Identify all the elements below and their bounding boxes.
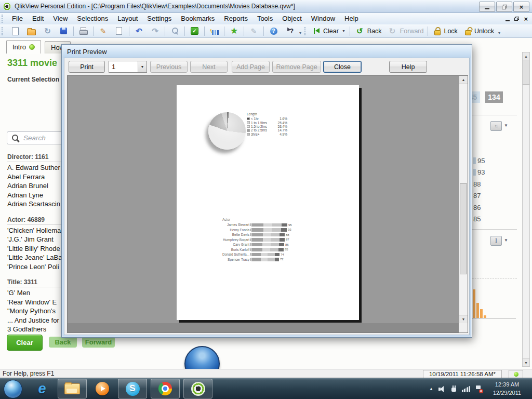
menu-item-help[interactable]: Help xyxy=(340,13,363,24)
qlikview-taskbar-button[interactable] xyxy=(183,379,212,398)
redo-button[interactable]: ↷ xyxy=(147,25,163,37)
scroll-down-icon[interactable]: ▼ xyxy=(459,315,468,323)
skype-taskbar-button[interactable]: S xyxy=(118,379,147,398)
scroll-up-icon[interactable]: ▲ xyxy=(459,76,468,84)
list-item[interactable]: Adrian Scartascin xyxy=(7,200,66,209)
current-selections-button[interactable] xyxy=(187,25,203,37)
menu-item-selections[interactable]: Selections xyxy=(72,13,113,24)
forward-button[interactable]: ↻ Forward xyxy=(384,25,427,37)
fast-change-chart-icon[interactable]: ≈ xyxy=(490,121,502,131)
list-item[interactable]: 'Prince Leon' Poli xyxy=(7,262,66,272)
open-button[interactable] xyxy=(23,25,39,37)
sheet-tab-intro[interactable]: Intro xyxy=(6,40,41,54)
start-button[interactable] xyxy=(4,380,22,398)
menu-item-bookmarks[interactable]: Bookmarks xyxy=(176,13,219,24)
chevron-down-icon[interactable]: ▼ xyxy=(138,61,147,72)
sheet-vertical-scrollbar[interactable]: ▲ ▼ xyxy=(522,52,530,367)
chrome-taskbar-button[interactable] xyxy=(151,379,180,398)
menu-item-reports[interactable]: Reports xyxy=(219,13,252,24)
mdi-close-icon[interactable]: × xyxy=(524,16,528,22)
help-button[interactable] xyxy=(265,25,282,37)
undo-button[interactable]: ↶ xyxy=(131,25,147,37)
scrollbar-thumb[interactable] xyxy=(523,60,529,85)
tray-expand-icon[interactable]: ▲ xyxy=(429,387,433,391)
window-close-button[interactable]: × xyxy=(513,2,529,12)
menu-item-object[interactable]: Object xyxy=(277,13,307,24)
quick-chart-button[interactable]: ϟ xyxy=(206,25,222,37)
notes-button[interactable]: ✎ xyxy=(246,25,262,37)
list-item[interactable]: ... And Justice for xyxy=(7,316,66,325)
sheet-forward-button[interactable]: Forward xyxy=(82,337,115,348)
new-document-button[interactable] xyxy=(7,25,23,37)
clear-selections-button[interactable]: Clear ▼ xyxy=(310,25,348,37)
page-select[interactable]: 1 ▼ xyxy=(109,61,147,73)
list-item[interactable]: Abel Ferrara xyxy=(7,172,66,182)
preview-vertical-scrollbar[interactable]: ▲ ▼ xyxy=(459,76,468,323)
mdi-minimize-icon[interactable] xyxy=(506,20,510,21)
scrollbar-thumb[interactable] xyxy=(460,183,467,274)
scroll-up-icon[interactable]: ▲ xyxy=(523,52,529,60)
pie-legend-row: 1 to 1.5hrs25.4% xyxy=(247,121,287,124)
print-button[interactable]: Print xyxy=(69,61,105,73)
list-item[interactable]: "Monty Python's xyxy=(7,307,66,316)
taskbar-clock[interactable]: 12:39 AM 12/29/2011 xyxy=(486,380,528,397)
unlock-button[interactable]: Unlock xyxy=(460,25,497,37)
context-help-button[interactable]: ? xyxy=(282,25,298,37)
window-restore-button[interactable] xyxy=(496,2,512,12)
back-button[interactable]: ↺ Back xyxy=(352,25,384,37)
menu-item-tools[interactable]: Tools xyxy=(252,13,277,24)
remove-page-button[interactable]: Remove Page xyxy=(272,61,321,73)
list-item[interactable]: 'Little Jeane' LaBa xyxy=(7,253,66,262)
scroll-down-icon[interactable]: ▼ xyxy=(523,358,529,366)
menu-item-edit[interactable]: Edit xyxy=(28,13,48,24)
lock-button[interactable]: Lock xyxy=(430,25,460,37)
volume-icon[interactable] xyxy=(438,385,446,393)
sheet-clear-button[interactable]: Clear xyxy=(7,335,43,351)
close-button[interactable]: Close xyxy=(323,61,362,73)
menu-item-file[interactable]: File xyxy=(7,13,28,24)
edit-button[interactable]: ✎ xyxy=(95,25,111,37)
list-item[interactable]: 'Little Billy' Rhode xyxy=(7,244,66,254)
toolbar-overflow-icon[interactable]: ▾ xyxy=(298,31,303,35)
list-item[interactable]: Adrian Brunel xyxy=(7,181,66,191)
reload-button[interactable]: ↻ xyxy=(39,25,56,37)
listbox-actor: Actor: 46889'Chicken' Hollema'J.G.' Jim … xyxy=(7,216,66,272)
menu-item-layout[interactable]: Layout xyxy=(113,13,142,24)
add-page-button[interactable]: Add Page xyxy=(232,61,270,73)
menu-item-view[interactable]: View xyxy=(48,13,72,24)
next-button[interactable]: Next xyxy=(190,61,228,73)
windows-explorer-taskbar-button[interactable] xyxy=(58,379,87,398)
bookmark-star-button[interactable]: ★ xyxy=(226,25,242,37)
window-minimize-button[interactable] xyxy=(479,2,495,12)
export-button[interactable]: ▼ xyxy=(111,25,127,37)
save-button[interactable] xyxy=(56,25,72,37)
search-button[interactable] xyxy=(167,25,183,37)
dialog-titlebar[interactable]: Print Preview xyxy=(62,45,471,58)
chevron-down-icon[interactable]: ▼ xyxy=(504,123,508,128)
action-center-flag-icon[interactable] xyxy=(475,385,482,393)
info-icon[interactable]: I xyxy=(490,236,502,246)
menu-item-window[interactable]: Window xyxy=(307,13,340,24)
list-item[interactable]: 'J.G.' Jim Grant xyxy=(7,235,66,244)
internet-explorer-taskbar-button[interactable]: e xyxy=(30,379,54,398)
search-input[interactable]: Search xyxy=(7,131,68,144)
list-item[interactable]: 'Chicken' Hollema xyxy=(7,226,66,235)
preview-horizontal-scrollbar[interactable] xyxy=(68,323,459,332)
list-item[interactable]: A. Edward Suther xyxy=(7,163,66,172)
list-item[interactable]: 'Rear Window' E xyxy=(7,298,66,307)
sheet-back-button[interactable]: Back xyxy=(49,337,77,348)
previous-button[interactable]: Previous xyxy=(150,61,188,73)
help-button[interactable]: Help xyxy=(389,61,427,73)
list-item[interactable]: 3 Godfathers xyxy=(7,325,66,334)
chevron-down-icon[interactable]: ▼ xyxy=(504,238,508,243)
media-player-taskbar-button[interactable] xyxy=(90,379,114,398)
toolbar-overflow-icon[interactable]: ▾ xyxy=(497,31,502,35)
pie-legend-row: 3hrs+4.9% xyxy=(247,132,287,136)
network-signal-icon[interactable] xyxy=(462,386,470,392)
list-item[interactable]: Adrian Lyne xyxy=(7,191,66,200)
list-item[interactable]: 'G' Men xyxy=(7,288,66,298)
menu-item-settings[interactable]: Settings xyxy=(142,13,176,24)
plug-icon[interactable] xyxy=(451,385,457,392)
print-button[interactable] xyxy=(75,25,91,37)
mdi-restore-icon[interactable] xyxy=(514,17,519,21)
